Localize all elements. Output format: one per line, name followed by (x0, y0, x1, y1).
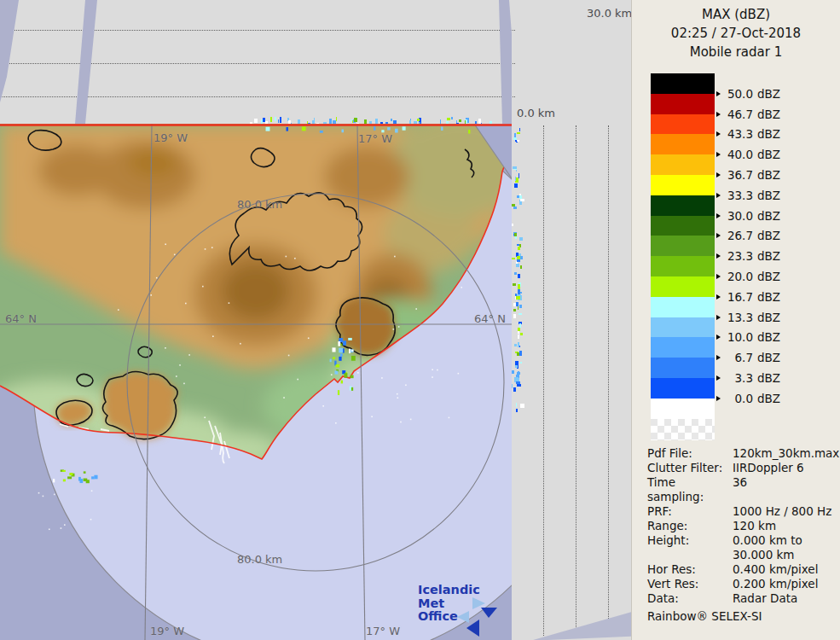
legend-unit: dBZ (757, 87, 780, 101)
echo-speck (513, 387, 516, 392)
echo-speck (349, 349, 350, 353)
legend-entry: 13.3dBZ (715, 311, 780, 324)
echo-speck (351, 350, 353, 352)
echo-speck (91, 476, 95, 479)
legend-value: 43.3 (724, 127, 753, 141)
metadata-value: IIRDoppler 6 (733, 461, 837, 475)
radar-map-canvas[interactable]: 19° W 17° W 80.0 km 64° N 64° N 80.0 km … (0, 124, 512, 640)
range-ring-label-south: 80.0 km (237, 553, 282, 566)
echo-speck (520, 362, 522, 364)
legend-entry: 16.7dBZ (715, 290, 780, 304)
legend-swatch (651, 337, 715, 358)
noise-dot (179, 364, 181, 366)
echo-speck (339, 357, 341, 361)
echo-speck (341, 130, 344, 133)
echo-speck (63, 480, 66, 482)
echo-speck (351, 387, 353, 391)
metadata-row: Clutter Filter:IIRDoppler 6 (647, 461, 837, 475)
echo-speck (333, 357, 335, 358)
noise-dot (174, 254, 176, 256)
legend-entry: 36.7dBZ (715, 168, 780, 182)
legend-swatch (651, 317, 715, 338)
logo-pinwheel-icon (447, 596, 500, 638)
echo-speck (515, 365, 518, 368)
legend-unit: dBZ (757, 351, 780, 364)
legend-entry: 0.0dBZ (715, 392, 780, 405)
echo-speck (513, 207, 516, 209)
metadata-value: 0.200 km/pixel (733, 577, 837, 591)
legend-value: 16.7 (724, 290, 753, 304)
echo-speck (84, 471, 86, 474)
echo-speck (332, 347, 335, 352)
software-brand-label: Rainbow® SELEX-SI (647, 609, 837, 624)
echo-speck (348, 338, 352, 340)
legend-entry: 40.0dBZ (715, 148, 780, 161)
noise-dot (405, 384, 407, 386)
metadata-row: Pdf File:120km_30km.max (647, 446, 837, 461)
legend-value: 13.3 (724, 311, 753, 324)
metadata-value: 120 km (733, 519, 837, 533)
echo-speck (417, 119, 419, 121)
legend-value: 30.0 (724, 209, 753, 223)
echo-speck (447, 118, 450, 120)
noise-dot (176, 375, 177, 377)
echo-speck (519, 195, 522, 199)
echo-speck (451, 117, 454, 119)
noise-dot (204, 416, 206, 418)
meridian-label-17w-bottom: 17° W (366, 625, 400, 637)
echo-speck (518, 274, 520, 277)
echo-speck (53, 479, 55, 482)
noise-dot (432, 369, 433, 370)
echo-speck (520, 265, 522, 270)
panel-header: MAX (dBZ) 02:25 / 27-Oct-2018 Mobile rad… (632, 5, 840, 61)
echo-speck (403, 126, 406, 130)
echo-speck (338, 390, 339, 395)
legend-tick-icon (716, 112, 721, 117)
noise-dot (461, 287, 462, 288)
noise-dot (43, 496, 44, 497)
echo-speck (340, 353, 343, 356)
legend-swatch (651, 216, 715, 236)
noise-dot (212, 335, 214, 337)
legend-entry: 23.3dBZ (715, 249, 780, 263)
noise-dot (118, 309, 119, 311)
radar-name: Mobile radar 1 (632, 43, 840, 61)
meridian-label-17w-top: 17° W (358, 132, 392, 145)
noise-dot (188, 354, 190, 356)
legend-swatch (651, 175, 715, 195)
noise-dot (156, 277, 158, 279)
noise-dot (202, 286, 204, 288)
metadata-label: Pdf File: (647, 446, 733, 461)
echo-speck (517, 352, 519, 356)
legend-swatch (651, 195, 715, 216)
meridian-label-19w-bottom: 19° W (150, 625, 184, 637)
metadata-label: Clutter Filter: (647, 461, 733, 475)
legend-swatch (651, 358, 715, 378)
legend-tick-icon (716, 91, 721, 96)
echo-speck (517, 384, 521, 387)
legend-unit: dBZ (757, 290, 780, 304)
legend-unit: dBZ (757, 330, 780, 344)
echo-top-specks (0, 0, 631, 124)
metadata-value: Radar Data (733, 591, 837, 606)
echo-speck (354, 118, 357, 122)
echo-speck (278, 119, 279, 124)
echo-speck (266, 127, 270, 131)
echo-speck (350, 119, 352, 122)
echo-speck (69, 473, 72, 475)
echo-speck (516, 409, 518, 412)
legend-tick-icon (716, 253, 721, 259)
noise-dot (415, 308, 417, 310)
legend-tick-icon (716, 335, 721, 340)
echo-speck (339, 348, 343, 353)
legend-entry: 46.7dBZ (715, 108, 780, 121)
noise-dot (283, 397, 285, 399)
legend-swatch (651, 114, 715, 135)
legend-unit: dBZ (757, 229, 780, 242)
noise-dot (398, 326, 400, 328)
echo-speck (513, 283, 516, 286)
echo-speck (84, 479, 88, 481)
legend-entry: 3.3dBZ (715, 371, 780, 385)
legend-entry: 33.3dBZ (715, 189, 780, 202)
echo-speck (513, 309, 516, 311)
